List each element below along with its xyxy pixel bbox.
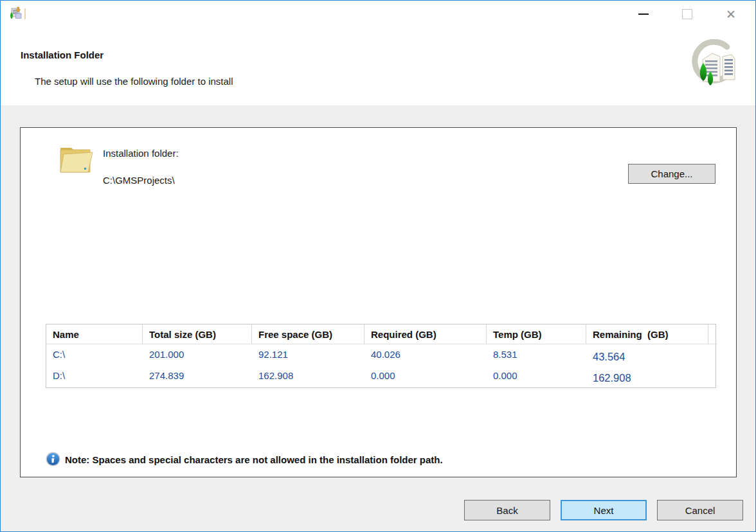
column-header-filler — [708, 324, 717, 344]
cell-free-space: 92.121 — [252, 344, 364, 366]
cell-remaining: 162.908 — [586, 366, 708, 387]
minimize-button[interactable] — [622, 1, 665, 28]
page-subtitle: The setup will use the following folder … — [35, 76, 233, 87]
app-icon — [9, 6, 23, 21]
column-header-name: Name — [46, 324, 143, 344]
cell-drive-name: C:\ — [46, 344, 143, 366]
close-icon: ✕ — [726, 8, 736, 21]
note-text: Note: Spaces and special characters are … — [65, 454, 443, 465]
column-header-free-space: Free space (GB) — [252, 324, 364, 344]
column-header-required: Required (GB) — [364, 324, 487, 344]
table-header-row: Name Total size (GB) Free space (GB) Req… — [46, 324, 716, 344]
cell-required: 0.000 — [364, 366, 487, 387]
cell-total-size: 201.000 — [143, 344, 252, 366]
table-row: C:\ 201.000 92.121 40.026 8.531 43.564 — [46, 344, 716, 366]
folder-icon — [57, 142, 94, 177]
table-row: D:\ 274.839 162.908 0.000 0.000 162.908 — [46, 366, 716, 387]
installation-folder-label: Installation folder: — [103, 148, 179, 159]
info-icon — [46, 452, 60, 466]
page-title: Installation Folder — [21, 49, 104, 60]
change-button[interactable]: Change... — [628, 164, 716, 184]
gms-logo-icon — [686, 39, 737, 91]
cell-drive-name: D:\ — [46, 366, 143, 387]
title-bar[interactable]: ✕ — [1, 1, 755, 28]
titlebar-caret-line — [24, 8, 26, 19]
cell-required: 40.026 — [364, 344, 487, 366]
next-button[interactable]: Next — [561, 500, 647, 520]
cell-total-size: 274.839 — [143, 366, 252, 387]
cell-temp: 0.000 — [487, 366, 586, 387]
cell-free-space: 162.908 — [252, 366, 364, 387]
installation-folder-path: C:\GMSProjects\ — [103, 175, 175, 186]
back-button[interactable]: Back — [464, 500, 550, 520]
column-header-temp: Temp (GB) — [487, 324, 586, 344]
minimize-icon — [638, 13, 649, 15]
cancel-button[interactable]: Cancel — [657, 500, 743, 520]
column-header-total-size: Total size (GB) — [143, 324, 252, 344]
main-panel: Installation folder: C:\GMSProjects\ Cha… — [20, 127, 737, 477]
maximize-button[interactable] — [665, 1, 709, 28]
close-button[interactable]: ✕ — [709, 1, 753, 28]
cell-temp: 8.531 — [487, 344, 586, 366]
maximize-icon — [682, 9, 692, 19]
column-header-remaining: Remaining (GB) — [586, 324, 708, 344]
header-zone: ✕ Installation Folder The setup will use… — [1, 1, 755, 105]
installer-window: ✕ Installation Folder The setup will use… — [0, 0, 756, 532]
cell-remaining: 43.564 — [586, 344, 708, 366]
drive-space-table: Name Total size (GB) Free space (GB) Req… — [46, 324, 716, 388]
